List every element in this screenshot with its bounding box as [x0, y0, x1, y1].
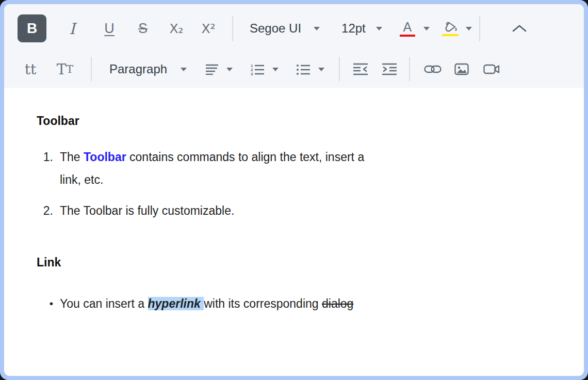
bullet-list-dropdown[interactable]: [293, 63, 328, 75]
list-item-text: The Toolbar contains commands to align t…: [60, 146, 563, 191]
numbered-list-dropdown[interactable]: 1 2 3: [247, 63, 282, 75]
italic-label: I: [69, 20, 75, 38]
bullet-list-icon: [296, 63, 311, 75]
chevron-down-icon: [226, 68, 233, 71]
toolbar-row-1: B I U S X₂ X² Segoe U: [4, 4, 584, 53]
image-icon: [454, 63, 469, 75]
list-item: • You can insert a hyperlink with its co…: [37, 292, 563, 315]
list-marker: 2.: [37, 199, 53, 222]
bold-button[interactable]: B: [18, 14, 46, 42]
bullet-marker: •: [37, 292, 53, 315]
font-color-icon: A: [400, 21, 415, 37]
chevron-up-icon: [512, 25, 527, 32]
subscript-button[interactable]: X₂: [161, 21, 192, 36]
svg-text:3: 3: [251, 72, 253, 75]
numbered-list-icon: 1 2 3: [250, 63, 265, 75]
toolbar-separator: [232, 15, 233, 41]
text-segment: The: [60, 150, 84, 164]
app-frame: B I U S X₂ X² Segoe U: [0, 0, 588, 380]
chevron-down-icon: [466, 27, 472, 30]
font-family-value: Segoe UI: [250, 21, 301, 36]
lowercase-label: tt: [25, 61, 37, 78]
uppercase-button[interactable]: TT: [51, 61, 79, 78]
list-item: 1. The Toolbar contains commands to alig…: [37, 146, 563, 191]
chevron-down-icon: [318, 68, 324, 71]
text-segment: You can insert a: [60, 297, 148, 310]
toolbar-separator: [91, 57, 92, 82]
font-size-dropdown[interactable]: 12pt: [337, 21, 386, 36]
uppercase-label: T: [57, 61, 67, 78]
fill-color-icon: [442, 21, 459, 36]
bold-label: B: [27, 20, 37, 37]
highlight-color-button[interactable]: [442, 21, 472, 36]
list-marker: 1.: [37, 146, 53, 191]
chevron-down-icon: [181, 68, 187, 71]
paragraph-format-value: Paragraph: [109, 62, 167, 76]
subscript-label: X₂: [169, 21, 183, 36]
paragraph-format-dropdown[interactable]: Paragraph: [105, 62, 191, 76]
doc-heading-link: Link: [37, 255, 563, 270]
lowercase-button[interactable]: tt: [19, 61, 42, 78]
collapse-toolbar-button[interactable]: [507, 16, 532, 41]
insert-image-button[interactable]: [450, 58, 473, 81]
superscript-label: X²: [201, 21, 215, 36]
link-icon: [424, 64, 442, 75]
increase-indent-button[interactable]: [378, 58, 401, 81]
alignment-dropdown[interactable]: [202, 64, 236, 75]
highlight-color-swatch: [442, 34, 459, 36]
list-item-text: The Toolbar is fully customizable.: [60, 199, 563, 222]
chevron-down-icon: [314, 27, 320, 30]
insert-video-button[interactable]: [480, 58, 503, 81]
font-family-dropdown[interactable]: Segoe UI: [246, 21, 324, 36]
toolbar-separator: [479, 15, 480, 41]
toolbar: B I U S X₂ X² Segoe U: [4, 4, 584, 88]
italic-button[interactable]: I: [57, 20, 88, 38]
editor-content-area[interactable]: Toolbar 1. The Toolbar contains commands…: [4, 88, 584, 376]
strikethrough-button[interactable]: S: [128, 21, 158, 37]
text-segment: with its corresponding: [204, 297, 322, 310]
ordered-list: 1. The Toolbar contains commands to alig…: [37, 146, 563, 222]
font-color-button[interactable]: A: [400, 21, 430, 37]
text-segment: contains commands to align the text, ins…: [126, 150, 365, 164]
text-segment: hyperlink: [148, 297, 204, 310]
toolbar-separator: [409, 57, 410, 82]
text-segment: The Toolbar is fully customizable.: [60, 204, 234, 217]
font-color-swatch: [400, 35, 415, 37]
toolbar-row-2: tt TT Paragraph: [4, 53, 584, 86]
text-segment: link, etc.: [60, 173, 103, 186]
align-left-icon: [205, 64, 219, 75]
chevron-down-icon: [423, 27, 430, 30]
font-size-value: 12pt: [341, 21, 366, 36]
bullet-list: • You can insert a hyperlink with its co…: [37, 292, 563, 315]
chevron-down-icon: [376, 27, 382, 30]
list-item-text: You can insert a hyperlink with its corr…: [60, 292, 563, 315]
video-icon: [483, 64, 500, 75]
decrease-indent-button[interactable]: [349, 58, 372, 81]
underline-label: U: [104, 21, 115, 37]
chevron-down-icon: [272, 68, 279, 71]
insert-link-button[interactable]: [421, 58, 444, 81]
doc-heading-toolbar: Toolbar: [37, 114, 563, 128]
decrease-indent-icon: [353, 62, 368, 76]
underline-button[interactable]: U: [94, 21, 125, 37]
editor-window: B I U S X₂ X² Segoe U: [4, 4, 584, 376]
text-segment: Toolbar: [84, 150, 126, 164]
paint-bucket-icon: [443, 21, 458, 33]
toolbar-separator: [339, 57, 340, 82]
strikethrough-label: S: [138, 21, 148, 37]
superscript-button[interactable]: X²: [193, 21, 224, 36]
increase-indent-icon: [382, 62, 397, 76]
text-segment: dialog: [322, 297, 353, 310]
list-item: 2. The Toolbar is fully customizable.: [37, 199, 563, 222]
